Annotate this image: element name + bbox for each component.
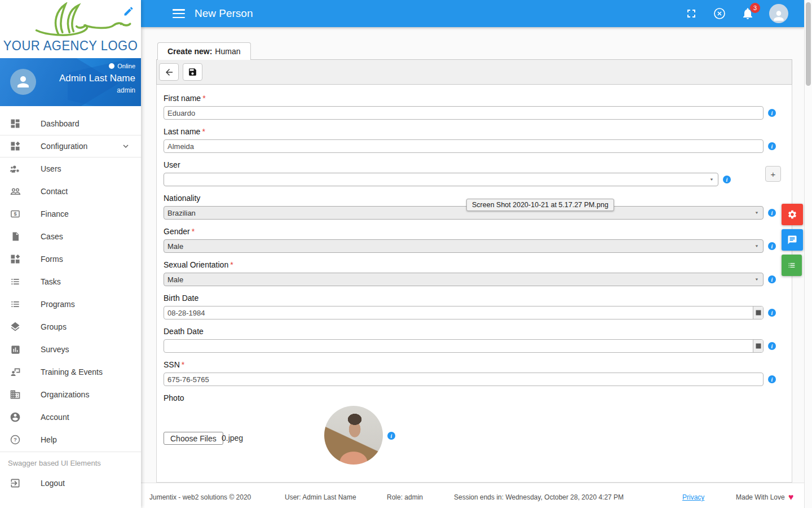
field-ssn: SSN*: [164, 360, 785, 386]
death-date-input[interactable]: [164, 339, 764, 353]
info-icon[interactable]: [723, 176, 731, 183]
footer-user: User: Admin Last Name: [285, 493, 356, 501]
groups-icon: [9, 321, 21, 333]
sidebar-item-label: Cases: [41, 232, 63, 241]
floating-action-buttons: [782, 204, 803, 276]
calendar-icon[interactable]: [753, 340, 763, 352]
save-floppy-icon: [188, 67, 197, 77]
chevron-down-icon: [121, 141, 131, 151]
sidebar-item-label: Dashboard: [41, 119, 80, 128]
sidebar-item-users[interactable]: Users: [0, 157, 141, 180]
sidebar-item-label: Organizations: [41, 390, 89, 399]
profile-name: Admin Last Name: [59, 73, 135, 84]
sidebar-item-dashboard[interactable]: Dashboard: [0, 112, 141, 135]
info-icon[interactable]: [768, 142, 776, 150]
birth-date-input[interactable]: [164, 306, 764, 319]
sidebar-item-label: Programs: [41, 300, 75, 309]
programs-icon: [9, 298, 21, 310]
sidebar-item-logout[interactable]: Logout: [0, 472, 141, 494]
first-name-input[interactable]: [164, 106, 764, 120]
field-label: User: [164, 160, 180, 169]
tab-create-new-human[interactable]: Create new: Human: [157, 42, 251, 60]
person-photo: [324, 406, 383, 465]
sidebar-item-label: Forms: [41, 255, 63, 264]
field-last-name: Last name*: [164, 127, 785, 153]
page-scrollbar: [804, 0, 812, 508]
scrollbar-thumb[interactable]: [806, 2, 811, 86]
sidebar-item-surveys[interactable]: Surveys: [0, 338, 141, 361]
sidebar-item-training-events[interactable]: Training & Events: [0, 361, 141, 383]
footer-made-with-love: Made With Love: [736, 493, 785, 501]
nationality-select-value: Brazilian: [167, 209, 196, 217]
sidebar-item-cases[interactable]: Cases: [0, 225, 141, 248]
training-events-icon: [9, 366, 21, 378]
svg-text:?: ?: [14, 437, 17, 443]
tab-label-bold: Create new:: [167, 47, 212, 56]
sidebar-item-programs[interactable]: Programs: [0, 293, 141, 316]
field-label: Nationality: [164, 194, 200, 203]
fullscreen-icon[interactable]: [685, 7, 698, 20]
field-gender: Gender* Male: [164, 227, 785, 253]
info-icon[interactable]: [768, 109, 776, 117]
online-dot-icon: [109, 63, 114, 69]
info-icon[interactable]: [768, 209, 776, 217]
tasks-icon: [9, 275, 21, 288]
notifications-bell-icon[interactable]: 3: [741, 7, 754, 20]
chat-fab-button[interactable]: [782, 229, 803, 251]
field-label: Birth Date: [164, 294, 198, 303]
info-icon[interactable]: [768, 242, 776, 250]
sidebar-item-account[interactable]: Account: [0, 406, 141, 428]
notification-badge: 3: [750, 3, 760, 13]
sidebar-item-contact[interactable]: Contact: [0, 180, 141, 203]
sexual-orientation-select-value: Male: [167, 275, 183, 284]
field-label: Photo: [164, 393, 184, 402]
last-name-input[interactable]: [164, 139, 764, 153]
hamburger-menu-icon[interactable]: [173, 9, 185, 18]
add-user-button[interactable]: +: [765, 166, 781, 182]
svg-text:$: $: [14, 211, 16, 217]
list-icon: [787, 261, 796, 270]
account-icon: [9, 411, 21, 423]
user-avatar-icon[interactable]: [769, 4, 788, 23]
field-label: First name: [164, 94, 201, 103]
tab-bar: Create new: Human: [156, 42, 792, 59]
close-circle-icon[interactable]: [713, 7, 726, 20]
field-label: Death Date: [164, 327, 204, 336]
sidebar-item-tasks[interactable]: Tasks: [0, 270, 141, 293]
profile-avatar-icon: [10, 69, 36, 95]
info-icon[interactable]: [768, 275, 776, 283]
heart-icon: ♥: [788, 492, 794, 502]
choose-files-button[interactable]: Choose Files: [164, 432, 223, 445]
forms-icon: [9, 253, 21, 265]
sidebar-item-configuration[interactable]: Configuration: [0, 135, 141, 157]
sidebar-item-groups[interactable]: Groups: [0, 316, 141, 338]
sidebar-section-label: Swagger based UI Elements: [0, 452, 141, 468]
info-icon[interactable]: [387, 432, 395, 440]
logout-icon: [9, 477, 21, 489]
gender-select[interactable]: Male: [164, 239, 764, 253]
calendar-icon[interactable]: [753, 306, 763, 319]
settings-fab-button[interactable]: [782, 204, 803, 225]
nationality-select[interactable]: Brazilian: [164, 206, 764, 220]
user-select[interactable]: [164, 173, 718, 186]
sidebar-item-label: Contact: [41, 187, 68, 196]
required-asterisk: *: [202, 94, 205, 103]
info-icon[interactable]: [768, 309, 776, 317]
sidebar-item-organizations[interactable]: Organizations: [0, 383, 141, 406]
ssn-input[interactable]: [164, 373, 764, 386]
sidebar-item-help[interactable]: ? Help: [0, 428, 141, 451]
back-button[interactable]: [159, 63, 179, 81]
sidebar-item-finance[interactable]: $ Finance: [0, 203, 141, 225]
footer-role: Role: admin: [387, 493, 423, 501]
sexual-orientation-select[interactable]: Male: [164, 273, 764, 286]
privacy-link[interactable]: Privacy: [682, 493, 704, 501]
page-title: New Person: [195, 7, 253, 20]
list-fab-button[interactable]: [782, 255, 802, 276]
edit-pencil-icon[interactable]: [123, 6, 134, 17]
profile-role: admin: [117, 86, 135, 94]
info-icon[interactable]: [768, 375, 776, 383]
save-button[interactable]: [183, 63, 202, 81]
sidebar-item-label: Logout: [41, 479, 65, 488]
sidebar-item-forms[interactable]: Forms: [0, 248, 141, 270]
info-icon[interactable]: [768, 342, 776, 350]
